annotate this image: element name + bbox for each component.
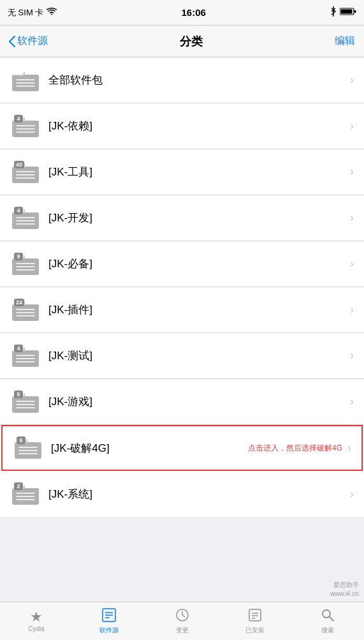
list-item-jk-tool[interactable]: 40[JK-工具]› (0, 149, 364, 195)
svg-line-51 (182, 615, 185, 617)
folder-icon-all (10, 65, 41, 96)
folder-icon-jk-crack4g: 6 (13, 433, 43, 463)
status-bar: 无 SIM 卡 16:06 (0, 0, 364, 26)
svg-rect-4 (341, 10, 353, 14)
tab-icon-search (321, 608, 335, 625)
chevron-icon-jk-game: › (350, 395, 354, 408)
item-label-jk-game: [JK-游戏] (48, 394, 345, 409)
badge-jk-dep: 4 (14, 115, 23, 123)
back-label: 软件源 (17, 34, 48, 48)
back-button[interactable]: 软件源 (9, 34, 48, 48)
watermark-line2: www.i4.cn (330, 590, 359, 599)
watermark-line1: 爱思助手 (330, 581, 359, 590)
list-item-all[interactable]: 全部软件包› (0, 57, 364, 103)
chevron-icon-jk-must: › (350, 257, 354, 271)
tab-software[interactable]: 软件源 (73, 602, 145, 640)
chevron-icon-all: › (350, 73, 354, 87)
bluetooth-icon (330, 6, 337, 19)
list-item-jk-must[interactable]: 9[JK-必备]› (0, 241, 364, 287)
badge-jk-sys: 2 (14, 482, 23, 490)
svg-point-56 (323, 610, 330, 618)
tab-cydia[interactable]: ★Cydia (0, 602, 73, 640)
list-item-jk-sys[interactable]: 2[JK-系统]› (0, 471, 364, 517)
item-label-jk-must: [JK-必备] (48, 257, 345, 271)
svg-rect-52 (249, 609, 261, 621)
badge-jk-test: 4 (14, 345, 23, 352)
badge-jk-dev: 4 (14, 207, 23, 214)
chevron-icon-jk-crack4g: › (347, 442, 351, 455)
badge-jk-must: 9 (14, 253, 23, 260)
badge-jk-game: 5 (14, 391, 23, 398)
badge-jk-crack4g: 6 (17, 436, 25, 444)
wifi-icon (47, 8, 57, 17)
list-item-jk-test[interactable]: 4[JK-测试]› (0, 333, 364, 379)
list-item-jk-crack4g[interactable]: 6[JK-破解4G]点击进入，然后选择破解4G› (1, 425, 363, 471)
tab-installed[interactable]: 已安装 (219, 602, 291, 640)
item-label-jk-tool: [JK-工具] (48, 165, 345, 179)
item-label-jk-test: [JK-测试] (48, 348, 345, 363)
folder-icon-jk-test: 4 (10, 341, 41, 371)
chevron-icon-jk-dep: › (350, 119, 354, 133)
status-time: 16:06 (181, 7, 205, 18)
tab-label-cydia: Cydia (28, 625, 45, 632)
item-hint-jk-crack4g: 点击进入，然后选择破解4G (248, 443, 342, 454)
nav-title: 分类 (180, 34, 203, 49)
battery-icon (340, 7, 356, 18)
folder-icon-jk-plugin: 24 (10, 295, 41, 325)
item-label-jk-dep: [JK-依赖] (48, 119, 345, 133)
chevron-icon-jk-test: › (350, 349, 354, 362)
item-label-jk-dev: [JK-开发] (48, 211, 345, 225)
list-item-jk-dep[interactable]: 4[JK-依赖]› (0, 103, 364, 149)
tab-icon-installed (248, 608, 262, 625)
status-right (330, 6, 356, 19)
svg-rect-3 (354, 10, 356, 13)
list-item-jk-game[interactable]: 5[JK-游戏]› (0, 379, 364, 425)
category-list: 全部软件包›4[JK-依赖]›40[JK-工具]›4[JK-开发]›9[JK-必… (0, 57, 364, 517)
item-label-all: 全部软件包 (48, 73, 345, 87)
tab-label-changes: 变更 (176, 626, 189, 635)
tab-label-search: 搜索 (321, 626, 334, 635)
folder-icon-jk-tool: 40 (10, 157, 41, 188)
chevron-icon-jk-tool: › (350, 165, 354, 179)
tab-label-installed: 已安装 (245, 626, 265, 635)
edit-button[interactable]: 编辑 (335, 34, 355, 48)
item-label-jk-sys: [JK-系统] (48, 487, 345, 502)
chevron-icon-jk-plugin: › (350, 303, 354, 316)
nav-bar: 软件源 分类 编辑 (0, 26, 364, 57)
tab-icon-software (102, 608, 116, 625)
badge-jk-tool: 40 (14, 161, 24, 168)
item-label-jk-plugin: [JK-插件] (48, 302, 345, 317)
no-sim-text: 无 SIM 卡 (8, 7, 43, 19)
item-label-jk-crack4g: [JK-破解4G] (51, 441, 242, 456)
status-left: 无 SIM 卡 (8, 7, 57, 19)
tab-search[interactable]: 搜索 (291, 602, 364, 640)
chevron-icon-jk-sys: › (350, 487, 354, 501)
badge-jk-plugin: 24 (14, 299, 24, 306)
svg-line-57 (330, 617, 333, 621)
folder-icon-jk-dep: 4 (10, 111, 41, 142)
tab-icon-cydia: ★ (30, 610, 43, 624)
tab-bar: ★Cydia软件源变更已安装搜索 (0, 602, 364, 640)
folder-icon-jk-must: 9 (10, 249, 41, 279)
folder-icon-jk-sys: 2 (10, 479, 41, 509)
tab-changes[interactable]: 变更 (145, 602, 218, 640)
list-item-jk-plugin[interactable]: 24[JK-插件]› (0, 287, 364, 333)
folder-icon-jk-game: 5 (10, 387, 41, 417)
tab-label-software: 软件源 (99, 626, 119, 635)
watermark: 爱思助手 www.i4.cn (330, 581, 359, 599)
tab-icon-changes (175, 608, 189, 625)
chevron-icon-jk-dev: › (350, 211, 354, 225)
folder-icon-jk-dev: 4 (10, 203, 41, 234)
list-item-jk-dev[interactable]: 4[JK-开发]› (0, 195, 364, 241)
